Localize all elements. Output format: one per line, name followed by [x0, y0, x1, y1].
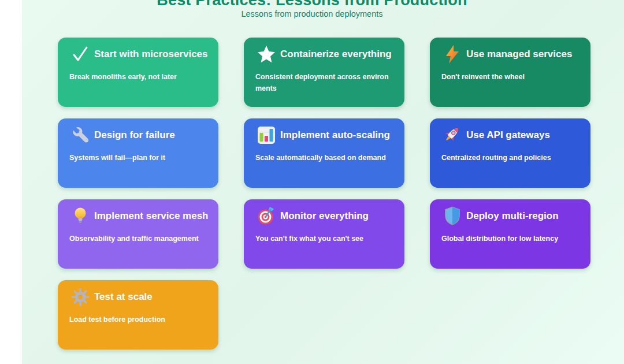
card-title: Test at scale	[94, 291, 153, 303]
card-description: Systems will fail—plan for it	[69, 152, 207, 164]
card-header: Containerize everything	[255, 42, 394, 66]
cards-grid: Start with microservices Break monoliths…	[58, 38, 590, 350]
card-description: Load test before production	[69, 314, 207, 325]
best-practice-card: Use managed services Don't reinvent the …	[430, 38, 590, 107]
card-header: Test at scale	[69, 285, 208, 309]
card-title: Monitor everything	[280, 210, 369, 222]
card-title: Start with microservices	[94, 49, 208, 60]
card-description: You can't fix what you can't see	[255, 233, 393, 244]
card-title: Use managed services	[466, 49, 572, 60]
gear-icon	[69, 286, 91, 308]
shield-icon	[441, 205, 463, 227]
card-title: Design for failure	[94, 129, 175, 141]
card-header: Use managed services	[441, 42, 580, 66]
card-description: Centralized routing and policies	[441, 152, 580, 164]
page-title: Best Practices: Lessons from Production	[0, 0, 624, 9]
star-icon	[255, 43, 277, 65]
best-practice-card: Design for failure Systems will fail—pla…	[58, 118, 218, 188]
card-header: Start with microservices	[69, 42, 208, 66]
card-description: Scale automatically based on demand	[255, 152, 393, 164]
card-title: Use API gateways	[466, 129, 550, 141]
best-practice-card: Deploy multi-region Global distribution …	[430, 199, 590, 269]
card-description: Consistent deployment across environment…	[255, 71, 393, 94]
card-description: Global distribution for low latency	[441, 233, 580, 244]
slide-background: Best Practices: Lessons from Production …	[0, 0, 624, 364]
card-header: Implement service mesh	[69, 204, 208, 228]
card-description: Observability and traffic management	[69, 233, 207, 244]
check-icon	[69, 43, 91, 65]
card-title: Implement service mesh	[94, 210, 208, 222]
best-practice-card: Monitor everything You can't fix what yo…	[244, 199, 404, 269]
best-practice-card: Test at scale Load test before productio…	[58, 280, 218, 350]
card-header: Monitor everything	[255, 204, 394, 228]
card-title: Deploy multi-region	[466, 210, 559, 222]
card-header: Implement auto-scaling	[255, 123, 394, 147]
best-practice-card: Use API gateways Centralized routing and…	[430, 118, 590, 188]
card-title: Containerize everything	[280, 49, 392, 60]
best-practice-card: Containerize everything Consistent deplo…	[244, 38, 404, 107]
lightning-icon	[441, 43, 463, 65]
best-practice-card: Start with microservices Break monoliths…	[58, 38, 218, 107]
lightbulb-icon	[69, 205, 91, 227]
card-header: Deploy multi-region	[441, 204, 580, 228]
best-practice-card: Implement auto-scaling Scale automatical…	[244, 118, 404, 188]
bar-chart-icon	[255, 124, 277, 146]
card-title: Implement auto-scaling	[280, 129, 390, 141]
wrench-icon	[69, 124, 91, 146]
page-subtitle: Lessons from production deployments	[0, 9, 624, 18]
card-header: Design for failure	[69, 123, 208, 147]
card-description: Don't reinvent the wheel	[441, 71, 580, 83]
card-header: Use API gateways	[441, 123, 580, 147]
card-description: Break monoliths early, not later	[69, 71, 207, 83]
best-practice-card: Implement service mesh Observability and…	[58, 199, 218, 269]
target-icon	[255, 205, 277, 227]
rocket-icon	[441, 124, 463, 146]
